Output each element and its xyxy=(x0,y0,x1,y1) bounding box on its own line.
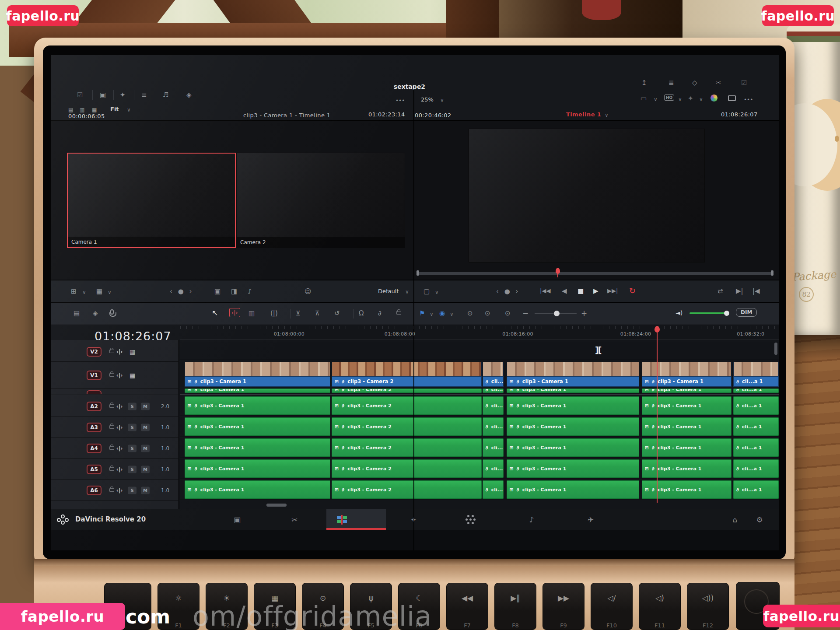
audio-clip[interactable]: ∂cli...a 1 xyxy=(733,388,779,393)
audio-clip[interactable]: ⊞∂clip3 - Camera 1 xyxy=(507,388,640,393)
audio-clip[interactable]: ∂cli...a 1 xyxy=(483,388,504,393)
audio-clip[interactable]: ∂cli...a 1 xyxy=(733,480,779,499)
page-tab-deliver[interactable]: ✈ xyxy=(578,509,604,530)
track-filmstrip-icon[interactable]: ▦ xyxy=(130,372,135,379)
viewer-options-icon[interactable]: ••• xyxy=(396,98,405,103)
key-F7[interactable]: ◀◀F7 xyxy=(446,583,488,630)
mute-button[interactable]: M xyxy=(141,402,150,410)
solo-button[interactable]: S xyxy=(128,402,136,410)
track-badge-A2[interactable]: A2 xyxy=(87,402,102,411)
video-clip[interactable]: ⊞∂clip3 - Camera 1 xyxy=(507,362,640,387)
next-edit-icon[interactable]: ▶| xyxy=(736,288,743,294)
export-icon[interactable]: ↥ xyxy=(641,80,647,86)
snapping-magnet-icon[interactable]: Ω xyxy=(359,310,364,317)
transition-icon[interactable]: ◈ xyxy=(93,310,98,317)
replace-clip-icon[interactable]: ↺ xyxy=(334,310,340,317)
track-lock-icon[interactable] xyxy=(109,467,114,471)
auto-select-icon[interactable]: ‹|› xyxy=(116,424,122,430)
audio-clip[interactable]: ⊞∂clip3 - Camera 1 xyxy=(185,480,331,499)
index-icon[interactable]: ≡ xyxy=(141,92,147,98)
chevron-down-icon[interactable]: ∨ xyxy=(450,312,454,317)
audio-clip[interactable]: ⊞∂clip3 - Camera 2 xyxy=(332,417,482,436)
chevron-down-icon[interactable]: ∨ xyxy=(430,312,434,317)
checkbox-icon[interactable]: ☑ xyxy=(77,92,83,98)
audio-clip[interactable]: ⊞∂clip3 - Camera 2 xyxy=(332,480,482,499)
timeline-name-dropdown[interactable]: Timeline 1 xyxy=(566,111,601,118)
jog-control[interactable]: ‹ ● › xyxy=(170,288,194,295)
key-F8[interactable]: ▶‖F8 xyxy=(494,583,536,630)
speaker-icon[interactable]: ◄) xyxy=(676,310,682,316)
audio-clip[interactable]: ∂cli...a 1 xyxy=(483,459,504,478)
audio-clip[interactable]: ⊞∂clip3 - Camera 1 xyxy=(185,438,331,457)
selection-arrow-icon[interactable]: ↖ xyxy=(212,309,218,317)
home-icon[interactable]: ⌂ xyxy=(722,509,748,530)
position-lock-icon[interactable] xyxy=(396,311,401,315)
zoom-detail-icon[interactable]: ⊙ xyxy=(485,310,490,317)
mute-button[interactable]: M xyxy=(141,466,150,473)
chevron-down-icon[interactable]: ∨ xyxy=(127,107,131,112)
chevron-down-icon[interactable]: ∨ xyxy=(82,290,86,295)
audio-clip[interactable]: ⊞∂clip3 - Camera 1 xyxy=(642,480,732,499)
chevron-down-icon[interactable]: ∨ xyxy=(654,97,658,102)
dim-button[interactable]: DIM xyxy=(736,308,757,317)
viewer-scrubber[interactable] xyxy=(417,272,773,275)
zoom-in-icon[interactable]: + xyxy=(581,310,587,317)
volume-slider-handle[interactable] xyxy=(724,311,729,316)
track-lock-icon[interactable] xyxy=(109,404,114,408)
scrubber-playhead[interactable] xyxy=(556,268,560,274)
chevron-down-icon[interactable]: ∨ xyxy=(605,112,609,118)
go-to-end-button[interactable]: ▶▶| xyxy=(607,288,618,294)
loop-button[interactable]: ↻ xyxy=(629,287,636,295)
stop-button[interactable]: ■ xyxy=(578,288,584,294)
flag-icon[interactable]: ⚑ xyxy=(419,310,425,317)
mixer-icon[interactable]: ≣ xyxy=(668,80,674,86)
settings-gear-icon[interactable]: ⚙ xyxy=(746,509,773,530)
previous-edit-icon[interactable]: |◀ xyxy=(752,288,760,294)
track-badge-V1[interactable]: V1 xyxy=(87,371,102,380)
audio-clip[interactable]: ⊞∂clip3 - Camera 1 xyxy=(642,388,732,393)
match-frame-icon[interactable]: ⇄ xyxy=(718,288,723,294)
timeline-viewer-video[interactable] xyxy=(469,129,705,262)
zoom-slider-handle[interactable] xyxy=(554,311,560,316)
jog-control[interactable]: ‹ ● › xyxy=(496,288,520,295)
ai-enhance-icon[interactable]: ✦ xyxy=(688,95,693,102)
scrubber-handle[interactable] xyxy=(771,270,774,276)
key-F10[interactable]: ◁∕F10 xyxy=(591,583,633,630)
audio-clip[interactable]: ∂cli...a 1 xyxy=(483,480,504,499)
timeline-options-icon[interactable]: ▤ xyxy=(74,310,80,317)
viewer-zoom-dropdown[interactable]: 25% xyxy=(421,96,434,103)
timeline-ruler[interactable]: 01:08:00:0001:08:08:0001:08:16:0001:08:2… xyxy=(180,326,779,340)
color-wheel-icon[interactable] xyxy=(710,94,718,102)
transitions-icon[interactable]: ◈ xyxy=(186,92,192,98)
track-badge-A4[interactable]: A4 xyxy=(87,444,102,453)
audio-clip[interactable]: ⊞∂clip3 - Camera 1 xyxy=(507,396,640,415)
key-F11[interactable]: ◁)F11 xyxy=(639,583,681,630)
fullscreen-icon[interactable] xyxy=(728,95,736,101)
go-to-start-button[interactable]: |◀◀ xyxy=(540,288,550,294)
video-clip[interactable]: ∂cli...a 1 xyxy=(733,362,779,387)
audio-video-splitter[interactable] xyxy=(180,394,779,395)
auto-select-icon[interactable]: ‹|› xyxy=(116,372,122,378)
dynamic-trim-icon[interactable]: (|) xyxy=(270,310,278,317)
clip-view-icon[interactable]: ▦ xyxy=(96,288,102,295)
track-lock-icon[interactable] xyxy=(109,350,114,353)
audio-clip[interactable]: ⊞∂clip3 - Camera 1 xyxy=(185,388,331,393)
auto-select-icon[interactable]: ‹|› xyxy=(116,466,122,472)
mute-button[interactable]: M xyxy=(141,424,150,431)
crop-icon[interactable]: ▢ xyxy=(424,288,430,295)
multicam-angle-2-viewer[interactable]: Camera 2 xyxy=(236,153,405,248)
chevron-down-icon[interactable]: ∨ xyxy=(699,97,703,102)
audio-clip[interactable]: ⊞∂clip3 - Camera 1 xyxy=(185,396,331,415)
chevron-down-icon[interactable]: ∨ xyxy=(435,290,439,295)
video-only-icon[interactable]: ▣ xyxy=(214,288,220,295)
media-pool-icon[interactable]: ▣ xyxy=(100,92,106,98)
caption-icon[interactable]: ☺ xyxy=(304,288,312,295)
audio-clip[interactable]: ⊞∂clip3 - Camera 2 xyxy=(332,396,482,415)
audio-clip[interactable]: ⊞∂clip3 - Camera 1 xyxy=(642,459,732,478)
audio-clip[interactable]: ⊞∂clip3 - Camera 1 xyxy=(185,459,331,478)
audio-clip[interactable]: ⊞∂clip3 - Camera 1 xyxy=(507,459,640,478)
track-lock-icon[interactable] xyxy=(109,488,114,492)
viewer-mode-icon[interactable]: ▦ xyxy=(92,107,97,112)
audio-clip[interactable]: ⊞∂clip3 - Camera 2 xyxy=(332,459,482,478)
audio-clip[interactable]: ∂cli...a 1 xyxy=(483,438,504,457)
